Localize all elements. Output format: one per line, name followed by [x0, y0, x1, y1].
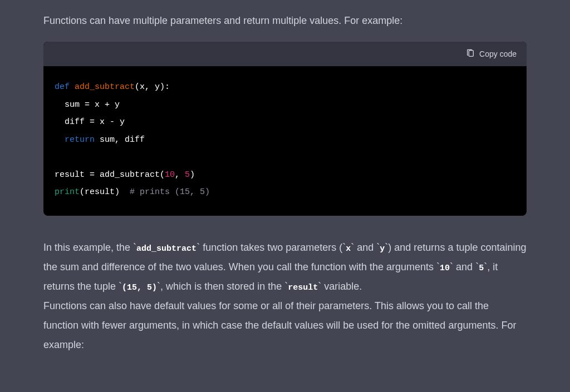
- inline-code: add_subtract: [136, 244, 196, 254]
- code-body: def add_subtract(x, y): sum = x + y diff…: [43, 66, 527, 216]
- outro-paragraph: Functions can also have default values f…: [43, 296, 527, 355]
- code-token: ): [190, 170, 195, 180]
- text-run: function takes two parameters (: [200, 242, 342, 253]
- svg-rect-0: [469, 50, 473, 56]
- copy-code-label: Copy code: [479, 49, 517, 58]
- code-token: 10: [165, 170, 175, 180]
- code-token: result = add_subtract(: [55, 170, 165, 180]
- code-token: print: [55, 187, 80, 197]
- code-block-header: Copy code: [43, 42, 527, 66]
- code-block: Copy code def add_subtract(x, y): sum = …: [43, 42, 527, 216]
- text-run: In this example, the: [43, 242, 133, 253]
- text-run: variable.: [321, 281, 362, 292]
- intro-paragraph: Functions can have multiple parameters a…: [43, 11, 527, 31]
- inline-code: (15, 5): [122, 283, 157, 292]
- inline-code: result: [288, 283, 318, 292]
- inline-code: 5: [479, 264, 484, 273]
- text-run: , which is then stored in the: [160, 281, 284, 292]
- inline-code: y: [380, 244, 385, 254]
- text-run: and: [354, 242, 376, 253]
- code-token: ,: [175, 170, 185, 180]
- inline-code: 10: [440, 264, 450, 273]
- code-token: sum = x + y: [55, 100, 120, 110]
- code-token: diff = x - y: [55, 117, 125, 127]
- message-content: Functions can have multiple parameters a…: [0, 0, 570, 355]
- code-token: # prints (15, 5): [130, 187, 210, 197]
- code-token: 5: [185, 170, 190, 180]
- code-token: return: [55, 135, 95, 145]
- code-token: def: [55, 82, 70, 92]
- inline-code: x: [346, 244, 351, 254]
- code-token: (x, y):: [135, 82, 170, 92]
- code-token: add_subtract: [70, 82, 135, 92]
- code-token: (result): [80, 187, 130, 197]
- clipboard-icon: [466, 49, 475, 59]
- explanation-paragraph: In this example, the `add_subtract` func…: [43, 238, 527, 296]
- copy-code-button[interactable]: Copy code: [466, 49, 517, 59]
- text-run: and: [453, 261, 475, 272]
- code-token: sum, diff: [95, 135, 145, 145]
